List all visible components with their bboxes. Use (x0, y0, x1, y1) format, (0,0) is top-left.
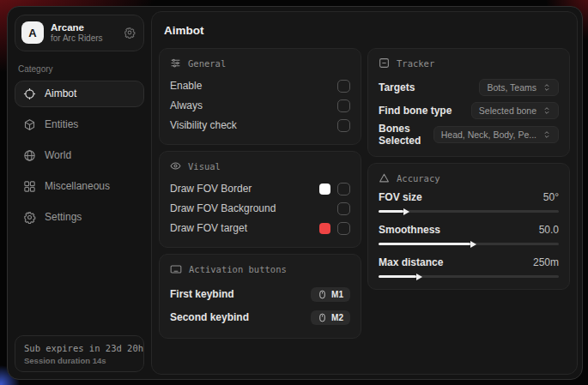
app-logo: A (21, 21, 44, 44)
cards-columns: General Enable Always Visibility check (158, 48, 571, 345)
slider-fill (379, 210, 403, 213)
setting-row-always: Always (170, 96, 350, 115)
targets-dropdown[interactable]: Bots, Teams (479, 79, 559, 96)
card-title: Visual (188, 161, 221, 171)
setting-row-enable: Enable (170, 76, 350, 95)
sidebar: A Arcane for Arc Riders Category Aimbot (8, 7, 151, 379)
chevrons-up-down-icon (543, 130, 551, 139)
sidebar-item-label: Settings (45, 211, 82, 223)
gear-icon (23, 211, 36, 224)
app-title-block: Arcane for Arc Riders (51, 21, 103, 45)
first-keybind-button[interactable]: M1 (311, 287, 350, 302)
fov-target-checkbox[interactable] (337, 222, 350, 235)
slider-fill (379, 243, 470, 245)
setting-row-targets: Targets Bots, Teams (379, 76, 559, 99)
sidebar-item-settings[interactable]: Settings (15, 204, 144, 231)
keybind-value: M2 (331, 313, 343, 322)
fov-size-value: 50° (543, 191, 559, 203)
sidebar-header: A Arcane for Arc Riders (15, 15, 144, 51)
scan-box-icon (379, 57, 390, 69)
sidebar-item-label: Miscellaneous (45, 180, 110, 192)
max-distance-slider[interactable] (379, 275, 559, 278)
chevrons-up-down-icon (543, 83, 551, 92)
sidebar-item-label: Aimbot (45, 87, 76, 99)
smoothness-slider[interactable] (379, 243, 559, 245)
card-title: Tracker (397, 58, 434, 69)
card-general: General Enable Always Visibility check (159, 48, 361, 145)
card-title: Activation buttons (189, 264, 287, 274)
second-keybind-button[interactable]: M2 (311, 310, 350, 325)
keyboard-icon (170, 263, 182, 275)
card-visual-header: Visual (170, 160, 350, 171)
sidebar-item-label: World (45, 149, 71, 161)
card-activation-buttons: Activation buttons First keybind M1 (159, 254, 361, 339)
grid-icon (23, 180, 36, 193)
eye-icon (170, 160, 181, 171)
sidebar-item-entities[interactable]: Entities (15, 111, 144, 138)
dropdown-value: Selected bone (479, 105, 536, 116)
bones-selected-dropdown[interactable]: Head, Neck, Body, Pe... (433, 126, 559, 143)
setting-row-fov-target: Draw FOV target (170, 219, 350, 238)
setting-row-find-bone-type: Find bone type Selected bone (379, 99, 559, 122)
app-window: A Arcane for Arc Riders Category Aimbot (7, 6, 583, 380)
card-tracker-header: Tracker (379, 57, 559, 69)
settings-gear-icon[interactable] (124, 27, 136, 39)
sidebar-item-world[interactable]: World (15, 142, 144, 169)
sidebar-item-miscellaneous[interactable]: Miscellaneous (15, 173, 144, 200)
fov-border-checkbox[interactable] (337, 183, 350, 196)
session-duration-text: Session duration 14s (24, 356, 135, 365)
setting-row-bones-selected: Bones Selected Head, Neck, Body, Pe... (379, 123, 559, 147)
card-accuracy-header: Accuracy (379, 172, 559, 183)
main-panel: Aimbot General Enable (151, 11, 578, 375)
desktop-background: { "app": { "logo_letter": "A", "name": "… (0, 0, 588, 385)
setting-row-first-keybind: First keybind M1 (170, 283, 350, 305)
find-bone-type-dropdown[interactable]: Selected bone (471, 102, 559, 119)
fov-background-checkbox[interactable] (337, 202, 350, 215)
mouse-icon (318, 313, 327, 322)
right-column: Tracker Targets Bots, Teams (367, 48, 570, 296)
card-general-header: General (170, 57, 350, 69)
setting-row-fov-background: Draw FOV Background (170, 199, 350, 218)
crosshair-icon (23, 87, 36, 100)
slider-fill (379, 275, 416, 278)
triangle-icon (379, 172, 390, 183)
card-title: Accuracy (397, 173, 440, 183)
mouse-icon (318, 290, 327, 299)
setting-group-fov-size: FOV size 50° (379, 191, 559, 213)
card-activation-header: Activation buttons (170, 263, 350, 275)
sidebar-item-label: Entities (45, 118, 78, 130)
enable-checkbox[interactable] (337, 80, 350, 93)
keybind-value: M1 (331, 290, 343, 299)
fov-border-color-swatch[interactable] (319, 183, 330, 195)
dropdown-value: Head, Neck, Body, Pe... (441, 129, 536, 140)
sliders-icon (170, 57, 181, 69)
max-distance-value: 250m (533, 256, 559, 268)
setting-group-smoothness: Smoothness 50.0 (379, 224, 559, 245)
left-column: General Enable Always Visibility check (159, 48, 361, 345)
card-title: General (188, 58, 226, 69)
card-accuracy: Accuracy FOV size 50° Smoothness (367, 163, 570, 290)
fov-target-color-swatch[interactable] (319, 223, 330, 234)
smoothness-value: 50.0 (539, 224, 559, 236)
app-subtitle: for Arc Riders (51, 33, 103, 45)
chevrons-up-down-icon (543, 106, 551, 115)
fov-size-slider[interactable] (379, 210, 559, 213)
cube-icon (23, 118, 36, 131)
sidebar-item-aimbot[interactable]: Aimbot (15, 81, 144, 107)
subscription-box: Sub expires in 23d 20h Session duration … (15, 335, 144, 372)
setting-row-fov-border: Draw FOV Border (170, 179, 350, 198)
sidebar-spacer (15, 235, 144, 335)
setting-row-visibility-check: Visibility check (170, 116, 350, 135)
card-tracker: Tracker Targets Bots, Teams (367, 48, 570, 157)
app-name: Arcane (51, 21, 103, 33)
category-label: Category (18, 64, 141, 74)
visibility-check-checkbox[interactable] (337, 119, 350, 132)
sub-expiry-text: Sub expires in 23d 20h (24, 343, 135, 353)
globe-icon (23, 149, 36, 162)
page-title: Aimbot (164, 24, 571, 37)
setting-group-max-distance: Max distance 250m (379, 256, 559, 278)
dropdown-value: Bots, Teams (487, 82, 536, 93)
card-visual: Visual Draw FOV Border Draw FOV Backgrou… (159, 151, 361, 248)
setting-row-second-keybind: Second keybind M2 (170, 306, 350, 328)
always-checkbox[interactable] (337, 99, 350, 112)
